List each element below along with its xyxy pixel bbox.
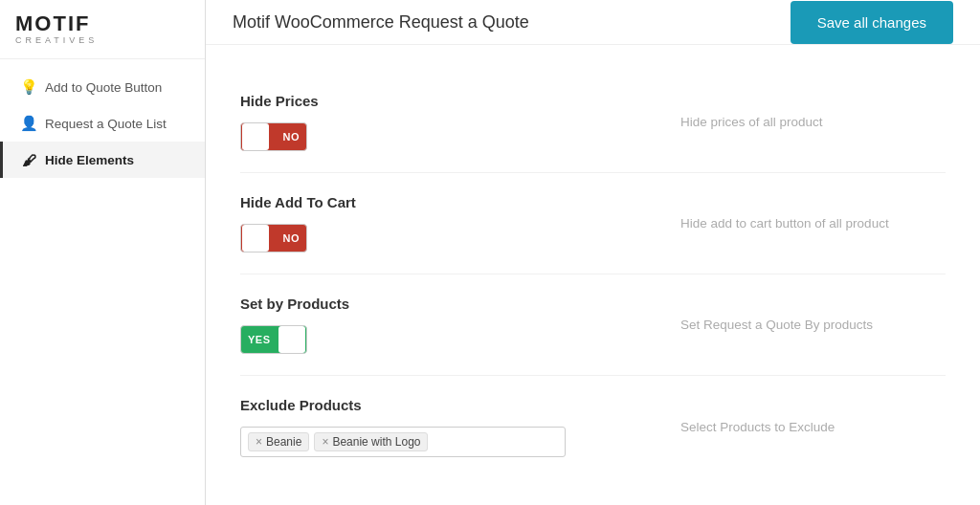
section-desc-hide-add-to-cart: Hide add to cart button of all product: [642, 194, 946, 252]
tag-label-beanie-with-logo: Beanie with Logo: [332, 435, 420, 449]
toggle-knob: [278, 326, 305, 353]
tag-beanie-with-logo: × Beanie with Logo: [314, 432, 428, 451]
tag-beanie: × Beanie: [248, 432, 309, 451]
brush-icon: 🖌: [20, 151, 37, 168]
sidebar: MOTIF CREATIVES 💡 Add to Quote Button 👤 …: [0, 0, 206, 505]
section-title-exclude-products: Exclude Products: [240, 397, 642, 413]
logo-sub: CREATIVES: [15, 35, 189, 45]
sidebar-item-label: Hide Elements: [45, 153, 134, 167]
tag-remove-beanie-with-logo[interactable]: ×: [322, 436, 328, 448]
section-exclude-products: Exclude Products × Beanie × Beanie with …: [240, 376, 946, 478]
section-left-exclude-products: Exclude Products × Beanie × Beanie with …: [240, 397, 642, 457]
save-button[interactable]: Save all changes: [791, 1, 953, 44]
toggle-label-set-by-products: Yes: [248, 334, 271, 345]
section-left-set-by-products: Set by Products Yes: [240, 296, 642, 354]
section-title-hide-prices: Hide Prices: [240, 93, 642, 109]
page-title: Motif WooCommerce Request a Quote: [233, 12, 529, 33]
logo-motif: MOTIF: [15, 13, 189, 34]
section-desc-set-by-products: Set Request a Quote By products: [642, 296, 946, 354]
toggle-wrap-hide-add-to-cart: No: [240, 224, 642, 252]
section-hide-prices: Hide Prices No Hide prices of all produc…: [240, 72, 946, 173]
topbar: Motif WooCommerce Request a Quote Save a…: [206, 0, 980, 45]
section-desc-hide-prices: Hide prices of all product: [642, 93, 946, 151]
toggle-label-hide-add-to-cart: No: [283, 232, 301, 244]
section-desc-exclude-products: Select Products to Exclude: [642, 397, 946, 457]
tags-input-exclude-products[interactable]: × Beanie × Beanie with Logo: [240, 427, 566, 457]
tag-remove-beanie[interactable]: ×: [256, 436, 262, 448]
section-left-hide-add-to-cart: Hide Add To Cart No: [240, 194, 642, 252]
settings-content: Hide Prices No Hide prices of all produc…: [206, 45, 980, 505]
main-content: Motif WooCommerce Request a Quote Save a…: [206, 0, 980, 505]
logo-area: MOTIF CREATIVES: [0, 0, 205, 59]
sidebar-item-label: Add to Quote Button: [45, 80, 162, 95]
bulb-icon: 💡: [20, 78, 37, 96]
toggle-hide-add-to-cart[interactable]: No: [240, 224, 307, 252]
sidebar-nav: 💡 Add to Quote Button 👤 Request a Quote …: [0, 59, 205, 187]
section-set-by-products: Set by Products Yes Set Request a Quote …: [240, 274, 946, 376]
user-icon: 👤: [20, 115, 37, 132]
section-title-set-by-products: Set by Products: [240, 296, 642, 312]
sidebar-item-label: Request a Quote List: [45, 117, 167, 131]
toggle-wrap-set-by-products: Yes: [240, 325, 642, 354]
sidebar-item-request-a-quote-list[interactable]: 👤 Request a Quote List: [0, 105, 205, 142]
toggle-wrap-hide-prices: No: [240, 122, 642, 151]
toggle-knob: [242, 225, 269, 252]
tag-label-beanie: Beanie: [266, 435, 301, 449]
toggle-hide-prices[interactable]: No: [240, 122, 307, 151]
toggle-set-by-products[interactable]: Yes: [240, 325, 307, 354]
section-title-hide-add-to-cart: Hide Add To Cart: [240, 194, 642, 210]
sidebar-item-add-to-quote-button[interactable]: 💡 Add to Quote Button: [0, 69, 205, 105]
toggle-label-hide-prices: No: [283, 131, 301, 143]
toggle-knob: [242, 123, 269, 150]
section-left-hide-prices: Hide Prices No: [240, 93, 642, 151]
sidebar-item-hide-elements[interactable]: 🖌 Hide Elements: [0, 142, 205, 178]
section-hide-add-to-cart: Hide Add To Cart No Hide add to cart but…: [240, 173, 946, 274]
